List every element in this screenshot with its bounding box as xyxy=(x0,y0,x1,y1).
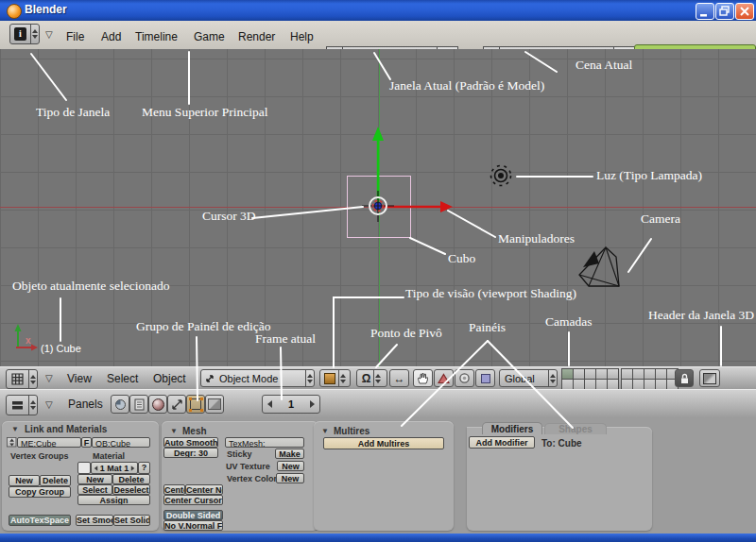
vgroup-delete-button[interactable]: Delete xyxy=(40,475,71,486)
layer-12[interactable] xyxy=(574,380,584,389)
copy-group-button[interactable]: Copy Group xyxy=(9,486,71,498)
add-modifier-button[interactable]: Add Modifier xyxy=(469,436,535,449)
tab-shapes[interactable]: Shapes xyxy=(544,423,607,434)
add-multires-button[interactable]: Add Multires xyxy=(323,437,444,449)
menu-render[interactable]: Render xyxy=(238,30,275,43)
buttons-header-collapse-icon[interactable]: ▽ xyxy=(45,399,53,410)
panel-collapse-icon[interactable]: ▼ xyxy=(170,427,178,435)
3d-header-collapse-icon[interactable]: ▽ xyxy=(45,373,53,383)
vgroup-new-button[interactable]: New xyxy=(9,475,40,486)
center-cursor-button[interactable]: Center Cursor xyxy=(163,495,223,505)
uv-texture-new-button[interactable]: New xyxy=(277,461,304,471)
fake-user-button[interactable]: F xyxy=(81,437,92,448)
buttons-window-type-button[interactable] xyxy=(6,395,38,415)
material-new-button[interactable]: New xyxy=(77,474,112,484)
material-index-stepper[interactable]: 1 Mat 1 xyxy=(91,462,138,474)
centre-button[interactable]: Cente xyxy=(163,484,185,495)
panel-collapse-icon[interactable]: ▼ xyxy=(321,427,329,435)
menu-timeline[interactable]: Timeline xyxy=(135,30,178,43)
manipulator-scale-button[interactable] xyxy=(475,369,495,387)
3d-viewport[interactable]: x (1) Cube xyxy=(0,49,756,366)
width-toggle-button[interactable]: ↔ xyxy=(389,369,409,387)
menu-game[interactable]: Game xyxy=(194,30,225,43)
panel-title[interactable]: Multires xyxy=(334,426,369,436)
render-buffer-button[interactable] xyxy=(699,369,720,387)
lamp-object[interactable] xyxy=(491,166,511,186)
sticky-make-button[interactable]: Make xyxy=(275,449,304,459)
layer-buttons-group-1[interactable] xyxy=(561,368,619,390)
pivot-stepper[interactable] xyxy=(373,370,382,386)
panel-title[interactable]: Mesh xyxy=(182,426,207,436)
material-next-icon[interactable] xyxy=(131,466,135,471)
manipulator-hand-button[interactable] xyxy=(413,369,433,387)
layer-7[interactable] xyxy=(633,369,644,379)
mesh-name-field[interactable]: ME:Cube xyxy=(17,437,81,448)
draw-type-stepper[interactable] xyxy=(338,370,347,386)
layer-15[interactable] xyxy=(608,380,618,389)
orientation-dropdown[interactable]: Global xyxy=(499,369,558,387)
autotexspace-toggle[interactable]: AutoTexSpace xyxy=(9,515,71,526)
layer-17[interactable] xyxy=(633,380,644,389)
no-vnormal-flip-toggle[interactable]: No V.Normal Fli xyxy=(163,520,223,531)
orientation-stepper[interactable] xyxy=(548,370,557,386)
pivot-dropdown[interactable]: Ω xyxy=(356,369,387,387)
layer-5[interactable] xyxy=(608,369,618,379)
menu-add[interactable]: Add xyxy=(101,30,121,43)
shading-context-button[interactable] xyxy=(111,395,129,414)
3d-cursor[interactable] xyxy=(362,191,394,222)
manipulator-rotate-button[interactable] xyxy=(455,369,474,387)
lock-layers-button[interactable] xyxy=(675,369,694,387)
layer-19[interactable] xyxy=(656,380,666,389)
3d-window-type-button[interactable] xyxy=(6,369,38,389)
material-color-swatch[interactable] xyxy=(77,462,91,474)
layer-13[interactable] xyxy=(585,380,595,389)
layer-18[interactable] xyxy=(644,380,655,389)
object-name-field[interactable]: OB:Cube xyxy=(92,437,150,448)
menu-select[interactable]: Select xyxy=(107,372,138,385)
material-assign-button[interactable]: Assign xyxy=(77,495,150,505)
close-button[interactable] xyxy=(735,3,754,20)
mesh-datablock-stepper[interactable] xyxy=(7,437,16,447)
material-select-button[interactable]: Select xyxy=(77,484,112,495)
menu-help[interactable]: Help xyxy=(290,30,314,43)
material-help-button[interactable]: ? xyxy=(138,462,150,474)
material-delete-button[interactable]: Delete xyxy=(112,474,150,484)
auto-smooth-toggle[interactable]: Auto Smooth xyxy=(163,437,218,448)
tab-modifiers[interactable]: Modifiers xyxy=(482,422,542,434)
editing-context-button[interactable] xyxy=(186,395,205,414)
object-context-button[interactable] xyxy=(167,395,186,414)
manipulator-translate-button[interactable] xyxy=(434,369,454,387)
center-new-button[interactable]: Center Ne xyxy=(185,484,223,495)
layer-11[interactable] xyxy=(562,380,573,389)
degr-slider[interactable]: Degr: 30 xyxy=(163,448,218,458)
menu-file[interactable]: File xyxy=(66,30,84,43)
double-sided-toggle[interactable]: Double Sided xyxy=(163,510,223,520)
layer-buttons-group-2[interactable] xyxy=(621,368,679,390)
panel-title[interactable]: Link and Materials xyxy=(25,424,107,434)
set-solid-button[interactable]: Set Solid xyxy=(113,515,150,526)
material-deselect-button[interactable]: Deselect xyxy=(112,484,150,495)
layer-3[interactable] xyxy=(585,369,595,379)
material-context-button[interactable] xyxy=(148,395,167,414)
restore-button[interactable] xyxy=(715,3,734,20)
camera-object[interactable] xyxy=(579,247,619,286)
menu-collapse-icon[interactable]: ▽ xyxy=(45,29,53,40)
set-smooth-button[interactable]: Set Smoo xyxy=(76,515,113,526)
menu-object[interactable]: Object xyxy=(153,372,186,385)
texmesh-field[interactable]: TexMesh: xyxy=(225,437,304,448)
mode-dropdown-stepper[interactable] xyxy=(305,370,314,386)
layer-8[interactable] xyxy=(644,369,655,379)
layer-2[interactable] xyxy=(574,369,584,379)
mode-dropdown[interactable]: Object Mode xyxy=(200,369,315,387)
radiosity-context-button[interactable] xyxy=(205,395,224,414)
panels-menu[interactable]: Panels xyxy=(68,398,103,411)
draw-type-dropdown[interactable] xyxy=(319,369,351,387)
buttons-window-type-stepper[interactable] xyxy=(28,396,37,415)
layer-1[interactable] xyxy=(562,369,573,379)
scene-context-button[interactable] xyxy=(129,395,148,414)
window-type-button[interactable]: i xyxy=(9,24,40,44)
material-prev-icon[interactable] xyxy=(94,466,98,471)
layer-4[interactable] xyxy=(596,369,607,379)
minimize-button[interactable] xyxy=(696,3,714,20)
layer-16[interactable] xyxy=(622,380,632,389)
